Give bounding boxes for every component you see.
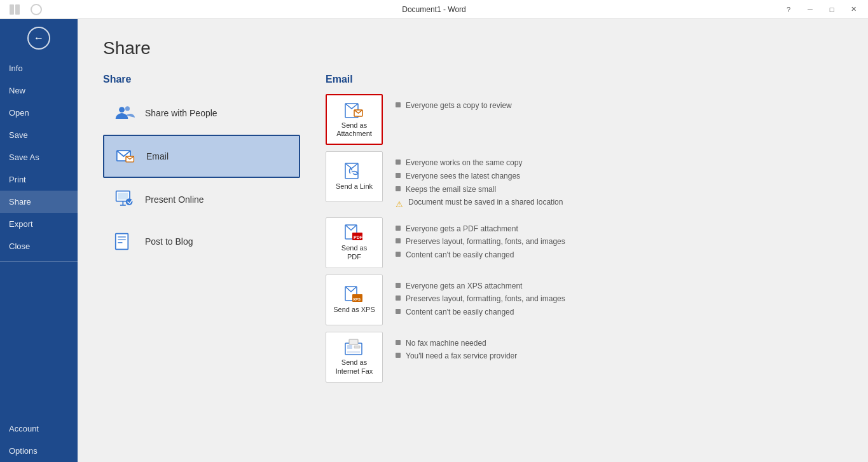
sidebar-item-options[interactable]: Options xyxy=(0,440,78,462)
sidebar-bottom: Account Options xyxy=(0,418,78,462)
topbar-icons xyxy=(5,2,46,17)
email-option-pdf-row: PDF Send asPDF Everyone gets a PDF attac… xyxy=(326,217,843,268)
xps-bullet-2: Preserves layout, formatting, fonts, and… xyxy=(396,294,565,304)
link-bullet-2: Everyone sees the latest changes xyxy=(396,171,563,182)
bullet-dot xyxy=(396,173,401,178)
send-attachment-button[interactable]: Send asAttachment xyxy=(326,94,383,145)
bullet-dot xyxy=(396,186,401,191)
warning-icon: ⚠ xyxy=(396,199,403,210)
sidebar-item-info[interactable]: Info xyxy=(0,57,78,79)
window-controls[interactable]: ? ─ □ ✕ xyxy=(779,3,863,17)
pdf-bullets: Everyone gets a PDF attachment Preserves… xyxy=(396,217,565,261)
svg-rect-10 xyxy=(116,234,128,250)
sidebar-item-save-as[interactable]: Save As xyxy=(0,146,78,168)
back-button[interactable]: ← xyxy=(27,27,50,50)
share-option-present[interactable]: Present Online xyxy=(103,179,300,220)
sidebar-back: ← xyxy=(0,19,78,57)
bullet-dot xyxy=(396,238,401,243)
fax-bullets: No fax machine needed You'll need a fax … xyxy=(396,332,517,362)
blog-label: Post to Blog xyxy=(145,236,193,247)
bullet-dot xyxy=(396,296,401,301)
svg-rect-0 xyxy=(10,4,14,15)
send-pdf-button[interactable]: PDF Send asPDF xyxy=(326,217,383,268)
share-option-people[interactable]: Share with People xyxy=(103,93,300,133)
fax-bullet-1: No fax machine needed xyxy=(396,338,517,349)
email-options-list: Send asAttachment Everyone gets a copy t… xyxy=(326,94,843,383)
share-option-blog[interactable]: Post to Blog xyxy=(103,221,300,262)
people-icon xyxy=(113,102,136,125)
email-section-title: Email xyxy=(326,74,843,85)
xps-bullets: Everyone gets an XPS attachment Preserve… xyxy=(396,275,565,318)
attachment-bullet-1: Everyone gets a copy to review xyxy=(396,100,512,111)
bullet-dot xyxy=(396,353,401,358)
sidebar: ← Info New Open Save Save As Print Share… xyxy=(0,19,78,462)
email-option-xps-row: XPS Send as XPS Everyone gets an XPS att… xyxy=(326,275,843,325)
bullet-dot xyxy=(396,226,401,231)
toolbar-icon-2 xyxy=(27,2,46,17)
pdf-bullet-3: Content can't be easily changed xyxy=(396,250,565,261)
send-xps-button[interactable]: XPS Send as XPS xyxy=(326,275,383,325)
sidebar-item-open[interactable]: Open xyxy=(0,102,78,124)
send-link-button[interactable]: Send a Link xyxy=(326,151,383,202)
svg-point-3 xyxy=(119,107,125,112)
share-right-panel: Email Send asAttachment xyxy=(300,74,843,383)
bullet-dot xyxy=(396,102,401,107)
link-bullet-3: Keeps the email size small xyxy=(396,184,563,195)
svg-rect-27 xyxy=(349,339,358,344)
bullet-dot xyxy=(396,283,401,288)
svg-rect-26 xyxy=(347,351,360,353)
svg-rect-16 xyxy=(345,163,358,179)
svg-point-2 xyxy=(31,4,41,15)
email-icon xyxy=(114,145,137,168)
bullet-dot xyxy=(396,252,401,257)
sidebar-item-save[interactable]: Save xyxy=(0,124,78,146)
email-label: Email xyxy=(146,151,169,161)
send-pdf-label: Send asPDF xyxy=(341,244,367,261)
share-people-label: Share with People xyxy=(145,108,217,118)
svg-text:PDF: PDF xyxy=(354,235,363,240)
svg-rect-1 xyxy=(15,4,20,15)
sidebar-item-print[interactable]: Print xyxy=(0,168,78,191)
svg-point-4 xyxy=(125,106,130,111)
attachment-bullets: Everyone gets a copy to review xyxy=(396,94,512,111)
present-label: Present Online xyxy=(145,194,204,205)
page-title: Share xyxy=(103,38,843,58)
sidebar-item-share[interactable]: Share xyxy=(0,191,78,213)
minimize-button[interactable]: ─ xyxy=(801,3,820,17)
toolbar-icon-1 xyxy=(5,2,24,17)
send-xps-label: Send as XPS xyxy=(333,306,375,314)
sidebar-item-export[interactable]: Export xyxy=(0,213,78,235)
content-area: ← Info New Open Save Save As Print Share… xyxy=(0,19,868,462)
link-bullets: Everyone works on the same copy Everyone… xyxy=(396,151,563,211)
share-layout: Share Share with People xyxy=(103,74,843,383)
sidebar-item-close[interactable]: Close xyxy=(0,235,78,257)
svg-text:XPS: XPS xyxy=(353,297,361,301)
close-button[interactable]: ✕ xyxy=(844,3,863,17)
bullet-dot xyxy=(396,160,401,165)
xps-bullet-1: Everyone gets an XPS attachment xyxy=(396,281,565,292)
sidebar-item-account[interactable]: Account xyxy=(0,418,78,440)
bullet-dot xyxy=(396,340,401,345)
present-icon xyxy=(113,188,136,211)
bullet-dot xyxy=(396,309,401,314)
email-option-fax-row: Send asInternet Fax No fax machine neede… xyxy=(326,332,843,383)
email-option-link-row: Send a Link Everyone works on the same c… xyxy=(326,151,843,211)
share-option-email[interactable]: Email xyxy=(103,135,300,178)
send-attachment-label: Send asAttachment xyxy=(336,121,372,138)
share-section-title: Share xyxy=(103,74,300,85)
sidebar-item-new[interactable]: New xyxy=(0,79,78,102)
blog-icon xyxy=(113,230,136,253)
window-title: Document1 - Word xyxy=(402,5,465,14)
send-fax-button[interactable]: Send asInternet Fax xyxy=(326,332,383,383)
svg-rect-8 xyxy=(118,193,128,200)
svg-rect-24 xyxy=(347,345,352,349)
help-button[interactable]: ? xyxy=(779,3,798,17)
xps-bullet-3: Content can't be easily changed xyxy=(396,307,565,318)
send-link-label: Send a Link xyxy=(336,182,373,191)
share-left-panel: Share Share with People xyxy=(103,74,300,383)
fax-bullet-2: You'll need a fax service provider xyxy=(396,351,517,362)
link-bullet-1: Everyone works on the same copy xyxy=(396,158,563,168)
email-option-attachment-row: Send asAttachment Everyone gets a copy t… xyxy=(326,94,843,145)
pdf-bullet-1: Everyone gets a PDF attachment xyxy=(396,224,565,234)
maximize-button[interactable]: □ xyxy=(822,3,841,17)
